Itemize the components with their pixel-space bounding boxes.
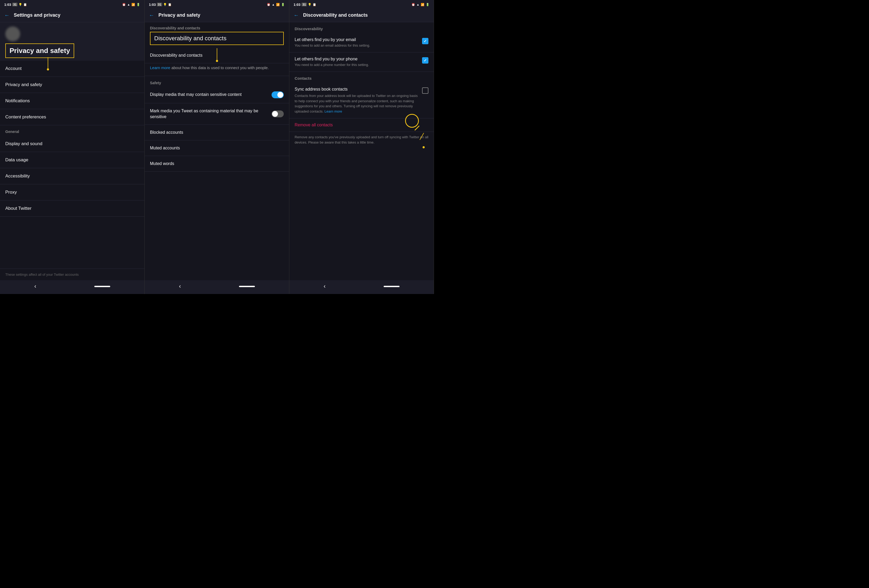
menu-item-accessibility[interactable]: Accessibility <box>0 168 144 184</box>
panel-discoverability: 1:03 31 💡 📋 ⏰ ▲ 📶 🔋 ← Discoverability an… <box>289 0 434 294</box>
bottom-back-btn-3[interactable]: ‹ <box>323 283 325 290</box>
status-bar-3: 1:03 31 💡 📋 ⏰ ▲ 📶 🔋 <box>289 0 434 9</box>
toggle-mark-sensitive-label: Mark media you Tweet as containing mater… <box>150 108 271 120</box>
discoverability-title: Discoverability and contacts <box>154 35 227 41</box>
alarm-icon-2: ⏰ <box>267 3 270 6</box>
panel-settings: 1:03 31 💡 📋 ⏰ ▲ 📶 🔋 ← Settings and priva… <box>0 0 145 294</box>
toggle-mark-sensitive[interactable]: Mark media you Tweet as containing mater… <box>145 103 289 125</box>
learn-more-link[interactable]: Learn more <box>150 65 171 70</box>
battery-icon-3: 🔋 <box>426 3 430 6</box>
menu-item-privacy[interactable]: Privacy and safety <box>0 77 144 93</box>
remove-contacts-desc: Remove any contacts you've previously up… <box>289 132 434 150</box>
safety-section-header: Safety <box>145 77 289 87</box>
bottom-nav-bar-1: ‹ <box>0 280 144 294</box>
toggle-thumb-2 <box>272 111 278 117</box>
blocked-accounts-item[interactable]: Blocked accounts <box>145 125 289 141</box>
phone-findability-item[interactable]: Let others find you by your phone You ne… <box>289 52 434 72</box>
avatar <box>5 27 20 41</box>
muted-accounts-item[interactable]: Muted accounts <box>145 141 289 156</box>
nav-title-2: Privacy and safety <box>159 12 200 18</box>
email-findability-item[interactable]: Let others find you by your email You ne… <box>289 33 434 52</box>
sync-contacts-title: Sync address book contacts <box>295 87 419 92</box>
phone-checkbox[interactable]: ✓ <box>422 57 429 64</box>
home-pill-3[interactable] <box>384 286 399 287</box>
status-bar-1: 1:03 31 💡 📋 ⏰ ▲ 📶 🔋 <box>0 0 144 9</box>
menu-item-content[interactable]: Content preferences <box>0 109 144 125</box>
wifi-icon: ▲ <box>127 3 130 6</box>
sync-checkbox[interactable] <box>422 87 429 94</box>
alarm-icon-3: ⏰ <box>411 3 415 6</box>
panel1-header: Privacy and safety <box>0 22 144 61</box>
sync-learn-more-link[interactable]: Learn more <box>325 110 342 113</box>
bottom-nav-bar-3: ‹ <box>289 280 434 294</box>
sync-contacts-desc: Contacts from your address book will be … <box>295 93 419 114</box>
bottom-nav-bar-2: ‹ <box>145 280 289 294</box>
status-icons-1: ⏰ ▲ 📶 🔋 <box>122 3 140 6</box>
battery-icon-2: 🔋 <box>281 3 285 6</box>
back-button-1[interactable]: ← <box>4 12 10 18</box>
wifi-icon-2: ▲ <box>272 3 275 6</box>
menu-item-proxy[interactable]: Proxy <box>0 184 144 200</box>
bottom-back-btn-2[interactable]: ‹ <box>179 283 181 290</box>
status-bar-2: 1:03 31 💡 📋 ⏰ ▲ 📶 🔋 <box>145 0 289 9</box>
email-findability-desc: You need to add an email address for thi… <box>295 43 419 48</box>
bottom-note: These settings affect all of your Twitte… <box>0 268 144 280</box>
wifi-icon-3: ▲ <box>417 3 420 6</box>
highlight-box-privacy: Privacy and safety <box>5 43 74 58</box>
signal-icon-2: 📶 <box>276 3 280 6</box>
menu-item-data[interactable]: Data usage <box>0 152 144 168</box>
phone-findability-title: Let others find you by your phone <box>295 57 419 61</box>
highlight-box-discoverability: Discoverability and contacts <box>150 32 284 45</box>
signal-icon-3: 📶 <box>421 3 424 6</box>
phone-findability-desc: You need to add a phone number for this … <box>295 62 419 67</box>
privacy-safety-title: Privacy and safety <box>10 47 70 55</box>
nav-title-3: Discoverability and contacts <box>303 12 368 18</box>
menu-item-notifications[interactable]: Notifications <box>0 93 144 109</box>
menu-item-about[interactable]: About Twitter <box>0 200 144 217</box>
status-icons-3: ⏰ ▲ 📶 🔋 <box>411 3 430 6</box>
toggle-thumb-1 <box>277 92 283 98</box>
toggle-mark-sensitive-switch[interactable] <box>271 110 284 117</box>
alarm-icon: ⏰ <box>122 3 126 6</box>
learn-more-text: Learn more about how this data is used t… <box>145 63 289 75</box>
bottom-back-btn-1[interactable]: ‹ <box>34 283 36 290</box>
status-time-1: 1:03 31 💡 📋 <box>4 3 27 7</box>
discoverability-section-header: Discoverability and contacts <box>145 22 289 32</box>
top-nav-1: ← Settings and privacy <box>0 9 144 22</box>
toggle-sensitive-display-switch[interactable] <box>271 91 284 98</box>
home-pill-2[interactable] <box>239 286 255 287</box>
signal-icon: 📶 <box>131 3 135 6</box>
contacts-section: Contacts <box>289 72 434 83</box>
status-time-2: 1:03 31 💡 📋 <box>149 3 172 7</box>
back-button-3[interactable]: ← <box>294 12 299 18</box>
top-nav-2: ← Privacy and safety <box>145 9 289 22</box>
sync-contacts-item[interactable]: Sync address book contacts Contacts from… <box>289 83 434 118</box>
back-button-2[interactable]: ← <box>149 12 154 18</box>
menu-item-account[interactable]: Account <box>0 61 144 77</box>
discoverability-section: Discoverability <box>289 22 434 33</box>
menu-list: Account Privacy and safety Notifications… <box>0 61 144 268</box>
status-icons-2: ⏰ ▲ 📶 🔋 <box>267 3 285 6</box>
email-findability-title: Let others find you by your email <box>295 37 419 42</box>
battery-icon: 🔋 <box>136 3 140 6</box>
menu-item-display[interactable]: Display and sound <box>0 136 144 152</box>
panel-privacy-safety: 1:03 31 💡 📋 ⏰ ▲ 📶 🔋 ← Privacy and safety… <box>145 0 289 294</box>
muted-words-item[interactable]: Muted words <box>145 156 289 172</box>
toggle-sensitive-display-label: Display media that may contain sensitive… <box>150 92 271 98</box>
status-time-3: 1:03 31 💡 📋 <box>294 3 316 7</box>
nav-title-1: Settings and privacy <box>14 12 61 18</box>
email-checkbox[interactable]: ✓ <box>422 38 429 44</box>
remove-all-contacts-button[interactable]: Remove all contacts <box>289 118 434 132</box>
general-section-label: General <box>0 125 144 136</box>
home-pill-1[interactable] <box>94 286 110 287</box>
toggle-sensitive-display[interactable]: Display media that may contain sensitive… <box>145 87 289 103</box>
top-nav-3: ← Discoverability and contacts <box>289 9 434 22</box>
